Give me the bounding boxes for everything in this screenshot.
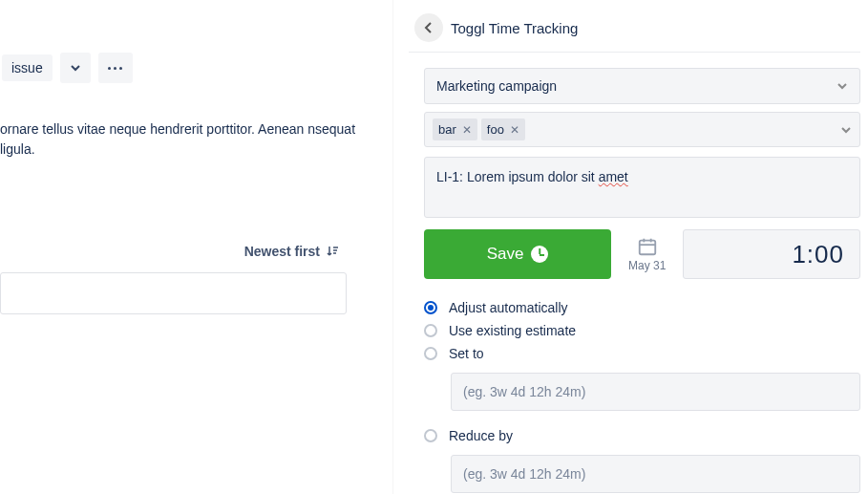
comment-input[interactable] — [0, 272, 347, 314]
date-picker[interactable]: May 31 — [628, 229, 666, 279]
save-button[interactable]: Save — [424, 229, 611, 279]
issue-dropdown-button[interactable] — [60, 53, 91, 83]
tag-remove-button[interactable]: ✕ — [510, 123, 519, 137]
tag-label: foo — [487, 122, 504, 137]
panel-header: Toggl Time Tracking — [409, 10, 860, 53]
project-value: Marketing campaign — [436, 78, 557, 94]
tags-select[interactable]: bar ✕ foo ✕ — [424, 112, 860, 147]
radio-label: Adjust automatically — [449, 300, 568, 315]
panel-title: Toggl Time Tracking — [451, 20, 578, 36]
estimate-adjust-group: Adjust automatically Use existing estima… — [424, 300, 860, 494]
issue-button[interactable]: issue — [2, 54, 53, 81]
dots-icon — [108, 67, 111, 70]
radio-icon — [424, 324, 437, 337]
reduce-by-input[interactable]: (eg. 3w 4d 12h 24m) — [451, 455, 860, 493]
radio-set-to[interactable]: Set to — [424, 346, 860, 361]
radio-label: Reduce by — [449, 428, 513, 443]
description-input[interactable]: LI-1: Lorem ipsum dolor sit amet — [424, 157, 860, 218]
duration-value: 1:00 — [792, 240, 844, 269]
radio-label: Set to — [449, 346, 484, 361]
comments-sort-button[interactable]: Newest first — [244, 244, 339, 259]
description-text: LI-1: Lorem ipsum dolor sit — [436, 169, 599, 184]
more-actions-button[interactable] — [98, 53, 133, 83]
radio-use-existing[interactable]: Use existing estimate — [424, 323, 860, 338]
chevron-down-icon — [70, 62, 81, 74]
tag-list: bar ✕ foo ✕ — [433, 118, 525, 140]
duration-input[interactable]: 1:00 — [683, 229, 860, 279]
date-label: May 31 — [628, 259, 666, 272]
chevron-down-icon — [836, 80, 848, 92]
calendar-icon — [637, 236, 658, 257]
issue-description: ornare tellus vitae neque hendrerit port… — [0, 119, 392, 160]
chevron-down-icon — [840, 124, 852, 136]
sort-label: Newest first — [244, 244, 320, 259]
clock-icon — [531, 246, 548, 263]
radio-adjust-auto[interactable]: Adjust automatically — [424, 300, 860, 315]
arrow-left-icon — [421, 20, 436, 35]
sort-desc-icon — [326, 245, 339, 258]
jira-toolbar: issue — [0, 53, 392, 83]
tag-remove-button[interactable]: ✕ — [462, 123, 472, 137]
jira-left-region: issue ornare tellus vitae neque hendreri… — [0, 0, 393, 494]
toggl-panel: Toggl Time Tracking Marketing campaign b… — [393, 0, 868, 494]
tag: foo ✕ — [481, 118, 525, 140]
radio-reduce-by[interactable]: Reduce by — [424, 428, 860, 443]
radio-icon — [424, 347, 437, 360]
radio-icon — [424, 301, 437, 314]
radio-icon — [424, 429, 437, 442]
tag: bar ✕ — [433, 118, 477, 140]
svg-rect-0 — [639, 241, 655, 255]
spellcheck-word: amet — [599, 169, 628, 184]
back-button[interactable] — [414, 13, 443, 42]
save-label: Save — [487, 245, 524, 264]
project-select[interactable]: Marketing campaign — [424, 68, 860, 104]
radio-label: Use existing estimate — [449, 323, 576, 338]
set-to-input[interactable]: (eg. 3w 4d 12h 24m) — [451, 373, 860, 411]
tag-label: bar — [438, 122, 456, 137]
